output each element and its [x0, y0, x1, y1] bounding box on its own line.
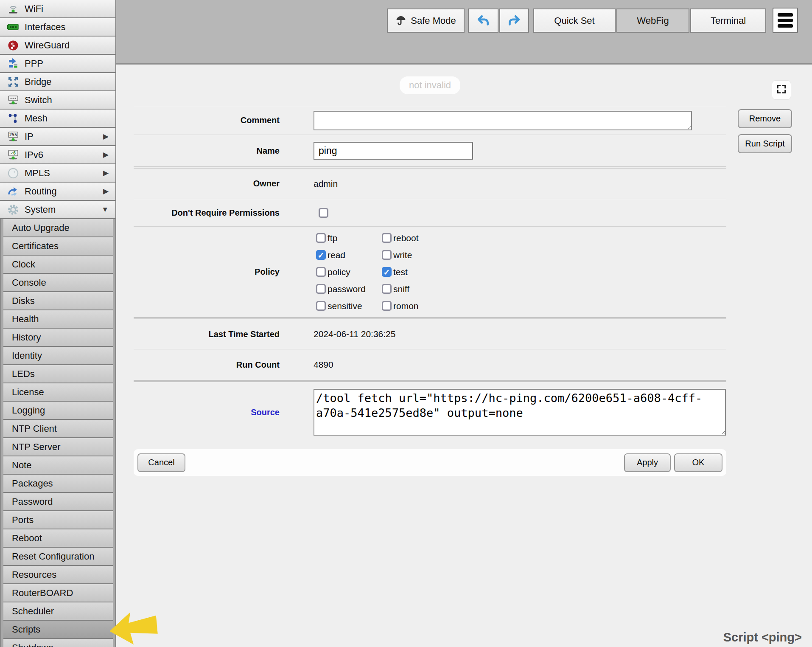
sidebar-item-reset-configuration[interactable]: Reset Configuration: [3, 548, 113, 566]
sidebar-item-ntp-server[interactable]: NTP Server: [3, 438, 113, 456]
policy-options: ftp reboot read write policy test passwo…: [316, 230, 475, 315]
mpls-icon: [6, 167, 20, 180]
run-script-button[interactable]: Run Script: [738, 134, 792, 153]
comment-input[interactable]: [314, 111, 692, 130]
policy-checkbox-reboot[interactable]: [382, 233, 392, 243]
undo-icon: [476, 14, 490, 28]
collapse-arrow-icon: ▼: [101, 205, 109, 214]
sidebar-item-switch[interactable]: Switch: [0, 91, 115, 110]
switch-icon: [6, 94, 20, 107]
sidebar-item-routing[interactable]: Routing ▶: [0, 183, 115, 201]
policy-checkbox-policy[interactable]: [316, 267, 326, 277]
sidebar-item-history[interactable]: History: [3, 329, 113, 347]
sidebar-item-shutdown[interactable]: Shutdown: [3, 639, 113, 647]
gear-icon: [6, 203, 20, 216]
undo-button[interactable]: [468, 8, 498, 33]
sidebar-item-clock[interactable]: Clock: [3, 256, 113, 274]
policy-checkbox-ftp[interactable]: [316, 233, 326, 243]
bridge-icon: [6, 76, 20, 88]
sidebar-item-wifi[interactable]: WiFi: [0, 0, 115, 18]
sidebar-item-ntp-client[interactable]: NTP Client: [3, 420, 113, 438]
sidebar-item-bridge[interactable]: Bridge: [0, 73, 115, 91]
remove-button[interactable]: Remove: [738, 109, 792, 128]
sidebar-item-reboot[interactable]: Reboot: [3, 529, 113, 548]
sidebar-item-scripts[interactable]: Scripts: [3, 621, 113, 639]
redo-button[interactable]: [499, 8, 529, 33]
source-input[interactable]: /tool fetch url="https://hc-ping.com/620…: [314, 389, 726, 436]
source-label[interactable]: Source: [134, 408, 280, 417]
sidebar-item-password[interactable]: Password: [3, 493, 113, 511]
menu-button[interactable]: [773, 8, 798, 33]
system-submenu: Auto Upgrade Certificates Clock Console …: [0, 219, 115, 647]
policy-checkbox-write[interactable]: [382, 250, 392, 260]
redo-icon: [507, 14, 521, 28]
wifi-icon: [6, 3, 20, 15]
tab-webfig[interactable]: WebFig: [616, 8, 689, 33]
expand-arrow-icon: ▶: [103, 187, 109, 196]
sidebar-item-certificates[interactable]: Certificates: [3, 237, 113, 256]
sidebar-item-console[interactable]: Console: [3, 274, 113, 292]
fullscreen-button[interactable]: [772, 80, 791, 100]
tab-quick-set[interactable]: Quick Set: [533, 8, 616, 33]
comment-label: Comment: [134, 115, 280, 125]
sidebar-item-disks[interactable]: Disks: [3, 292, 113, 310]
ppp-icon: [6, 57, 20, 70]
tab-terminal[interactable]: Terminal: [690, 8, 766, 33]
ip-icon: 255: [6, 130, 20, 143]
sidebar-item-routerboard[interactable]: RouterBOARD: [3, 584, 113, 602]
svg-text:255: 255: [9, 132, 17, 137]
status-badge: not invalid: [400, 76, 460, 94]
name-label: Name: [134, 146, 280, 156]
sidebar-item-system[interactable]: System ▼: [0, 201, 115, 219]
sidebar-item-ppp[interactable]: PPP: [0, 55, 115, 73]
sidebar-item-health[interactable]: Health: [3, 310, 113, 329]
owner-value: admin: [314, 179, 338, 189]
page-title: Script <ping>: [723, 630, 802, 644]
script-form: not invalid Comment Name Owner admin Don…: [134, 65, 726, 476]
expand-arrow-icon: ▶: [103, 132, 109, 141]
sidebar-item-ip[interactable]: 255 IP ▶: [0, 128, 115, 146]
umbrella-icon: [395, 15, 406, 26]
policy-label: Policy: [134, 267, 280, 277]
policy-checkbox-romon[interactable]: [382, 301, 392, 311]
last-time-started-label: Last Time Started: [134, 329, 280, 339]
form-button-bar: Cancel Apply OK: [134, 449, 726, 476]
sidebar-item-packages[interactable]: Packages: [3, 475, 113, 493]
expand-arrow-icon: ▶: [103, 169, 109, 177]
policy-checkbox-password[interactable]: [316, 284, 326, 294]
sidebar-item-ipv6[interactable]: ✓6 IPv6 ▶: [0, 146, 115, 164]
sidebar-item-logging[interactable]: Logging: [3, 402, 113, 420]
apply-button[interactable]: Apply: [624, 453, 671, 472]
svg-text:✓6: ✓6: [11, 151, 16, 155]
interfaces-icon: [6, 21, 20, 34]
name-input[interactable]: [314, 142, 473, 160]
owner-label: Owner: [134, 179, 280, 188]
ipv6-icon: ✓6: [6, 149, 20, 161]
dont-require-permissions-checkbox[interactable]: [319, 208, 328, 218]
sidebar-item-auto-upgrade[interactable]: Auto Upgrade: [3, 219, 113, 237]
sidebar-item-note[interactable]: Note: [3, 456, 113, 475]
wireguard-icon: [6, 39, 20, 52]
sidebar-item-mpls[interactable]: MPLS ▶: [0, 164, 115, 183]
sidebar-item-resources[interactable]: Resources: [3, 566, 113, 584]
sidebar-item-scheduler[interactable]: Scheduler: [3, 602, 113, 621]
policy-checkbox-test[interactable]: [382, 267, 392, 277]
policy-checkbox-read[interactable]: [316, 250, 326, 260]
sidebar-item-leds[interactable]: LEDs: [3, 365, 113, 383]
sidebar-item-mesh[interactable]: Mesh: [0, 110, 115, 128]
sidebar-item-interfaces[interactable]: Interfaces: [0, 18, 115, 37]
sidebar: WiFi Interfaces WireGuard PPP Bridge Swi…: [0, 0, 116, 647]
ok-button[interactable]: OK: [674, 453, 722, 472]
expand-arrow-icon: ▶: [103, 150, 109, 159]
policy-checkbox-sensitive[interactable]: [316, 301, 326, 311]
run-count-label: Run Count: [134, 360, 280, 370]
sidebar-item-identity[interactable]: Identity: [3, 347, 113, 365]
safe-mode-button[interactable]: Safe Mode: [387, 8, 465, 33]
cancel-button[interactable]: Cancel: [137, 453, 185, 472]
sidebar-item-ports[interactable]: Ports: [3, 511, 113, 529]
routing-icon: [6, 185, 20, 198]
policy-checkbox-sniff[interactable]: [382, 284, 392, 294]
sidebar-item-license[interactable]: License: [3, 383, 113, 402]
last-time-started-value: 2024-06-11 20:36:25: [314, 329, 395, 339]
sidebar-item-wireguard[interactable]: WireGuard: [0, 37, 115, 55]
